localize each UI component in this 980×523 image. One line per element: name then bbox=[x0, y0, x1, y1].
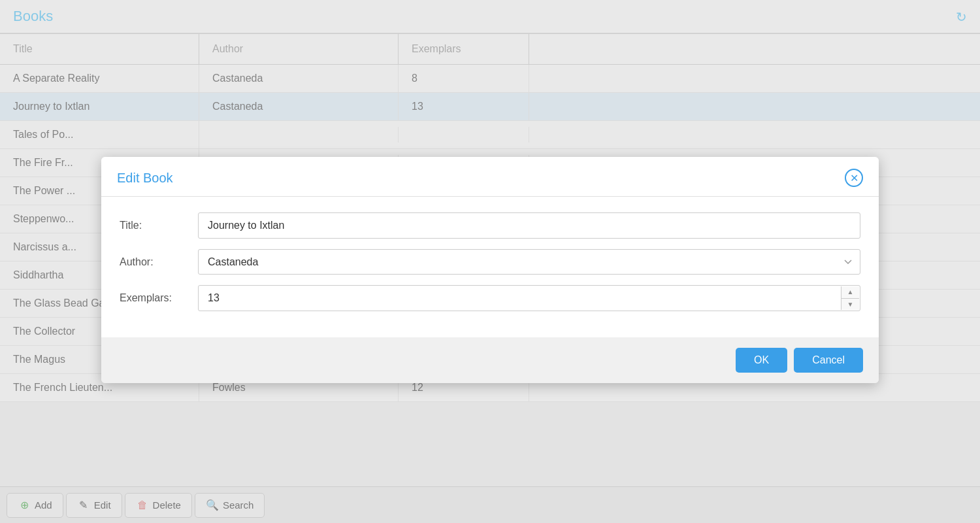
title-field-row: Title: bbox=[120, 212, 860, 239]
author-field-row: Author: Castaneda Hesse Fowles bbox=[120, 249, 860, 275]
ok-button[interactable]: OK bbox=[736, 348, 787, 373]
exemplars-spinner: ▲ ▼ bbox=[198, 285, 860, 311]
modal-footer: OK Cancel bbox=[101, 337, 879, 383]
modal-body: Title: Author: Castaneda Hesse Fowles Ex… bbox=[101, 197, 879, 337]
author-select[interactable]: Castaneda Hesse Fowles bbox=[198, 249, 860, 275]
modal-title: Edit Book bbox=[117, 171, 173, 186]
title-label: Title: bbox=[120, 220, 198, 231]
exemplars-input[interactable] bbox=[198, 285, 860, 311]
cancel-button[interactable]: Cancel bbox=[794, 348, 863, 373]
modal-header: Edit Book ✕ bbox=[101, 157, 879, 197]
exemplars-label: Exemplars: bbox=[120, 292, 198, 304]
close-icon: ✕ bbox=[850, 172, 858, 184]
author-label: Author: bbox=[120, 256, 198, 268]
title-input[interactable] bbox=[198, 212, 860, 239]
spinner-up-button[interactable]: ▲ bbox=[841, 286, 859, 299]
modal-close-button[interactable]: ✕ bbox=[845, 169, 863, 187]
spinner-controls: ▲ ▼ bbox=[841, 286, 859, 310]
exemplars-field-row: Exemplars: ▲ ▼ bbox=[120, 285, 860, 311]
spinner-down-button[interactable]: ▼ bbox=[841, 299, 859, 311]
edit-book-modal: Edit Book ✕ Title: Author: Castaneda Hes… bbox=[101, 157, 879, 383]
